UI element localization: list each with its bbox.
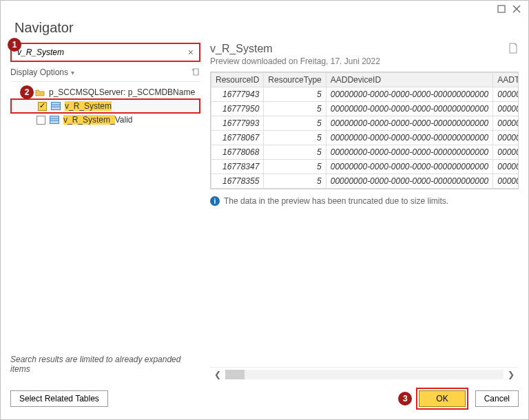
svg-rect-6: [50, 116, 59, 123]
left-pane: 1 × Display Options ▾ 2 ◢: [10, 43, 200, 381]
svg-rect-2: [52, 103, 60, 109]
table-cell: 00000000-0000-0000-0000-000000000000: [326, 174, 493, 189]
table-cell: 00000000-0000-0000-0000-000000000000: [326, 160, 493, 174]
refresh-icon: [191, 67, 200, 77]
search-input[interactable]: [16, 47, 187, 58]
table-cell: 5: [264, 87, 326, 102]
table-row[interactable]: 16777943500000000-0000-0000-0000-0000000…: [211, 87, 519, 102]
preview-pane: v_R_System Preview downloaded on Freitag…: [210, 43, 519, 381]
table-cell: 00000000-0000: [493, 145, 519, 160]
search-box: ×: [10, 43, 200, 62]
chevron-down-icon: ▾: [71, 69, 74, 76]
table-row[interactable]: 16777993500000000-0000-0000-0000-0000000…: [211, 116, 519, 131]
titlebar: [1, 1, 528, 17]
maximize-button[interactable]: [494, 3, 509, 15]
display-options-label: Display Options: [10, 67, 68, 77]
preview-subtitle: Preview downloaded on Freitag, 17. Juni …: [210, 56, 380, 66]
table-cell: 00000000-0000-0000-0000-000000000000: [326, 102, 493, 116]
navigator-dialog: Navigator 1 × Display Options ▾ 2: [0, 0, 529, 420]
table-cell: 16778067: [211, 131, 264, 145]
table-row[interactable]: 16778355500000000-0000-0000-0000-0000000…: [211, 174, 519, 189]
table-icon: [50, 116, 59, 124]
table-cell: 16777993: [211, 116, 264, 131]
table-row[interactable]: 16778068500000000-0000-0000-0000-0000000…: [211, 145, 519, 160]
truncation-notice: i The data in the preview has been trunc…: [210, 196, 519, 206]
display-options-dropdown[interactable]: Display Options ▾: [10, 67, 74, 77]
table-cell: 16778068: [211, 145, 264, 160]
scroll-right-button[interactable]: ❯: [504, 370, 519, 379]
annotation-marker-2: 2: [20, 85, 34, 99]
table-cell: 5: [264, 160, 326, 174]
table-cell: 5: [264, 102, 326, 116]
svg-rect-0: [498, 6, 505, 12]
info-icon: i: [210, 196, 220, 206]
truncation-text: The data in the preview has been truncat…: [224, 196, 448, 206]
table-cell: 5: [264, 131, 326, 145]
tree-item-v-r-system[interactable]: v_R_System: [10, 98, 200, 114]
table-cell: 16777950: [211, 102, 264, 116]
column-header[interactable]: AADTenantID: [493, 73, 519, 87]
table-cell: 00000000-0000-0000-0000-000000000000: [326, 116, 493, 131]
annotation-marker-1: 1: [8, 38, 21, 52]
search-limit-notice: Search results are limited to already ex…: [10, 355, 200, 374]
table-cell: 5: [264, 116, 326, 131]
dialog-title: Navigator: [14, 20, 515, 36]
column-header[interactable]: ResourceID: [211, 73, 264, 87]
table-cell: 16778347: [211, 160, 264, 174]
tree-item-label: v_R_System: [65, 101, 112, 111]
table-cell: 00000000-0000: [493, 87, 519, 102]
object-tree: ◢ p_SCCMSQLServer: p_SCCMDBName v_R_Syst…: [10, 81, 200, 126]
table-cell: 16778355: [211, 174, 264, 189]
table-cell: 5: [264, 174, 326, 189]
table-row[interactable]: 16777950500000000-0000-0000-0000-0000000…: [211, 102, 519, 116]
close-button[interactable]: [509, 3, 524, 15]
preview-title: v_R_System: [210, 43, 380, 55]
table-cell: 16777943: [211, 87, 264, 102]
table-cell: 00000000-0000-0000-0000-000000000000: [326, 145, 493, 160]
column-header[interactable]: ResourceType: [264, 73, 326, 87]
annotation-marker-3: 3: [398, 392, 412, 406]
refresh-button[interactable]: [191, 67, 200, 77]
folder-icon: [35, 88, 45, 96]
page-icon: [508, 43, 519, 54]
tree-item-label: v_R_System_Valid: [63, 115, 133, 125]
cancel-button[interactable]: Cancel: [475, 390, 519, 407]
tree-root-label: p_SCCMSQLServer: p_SCCMDBName: [49, 87, 195, 97]
table-cell: 00000000-0000-0000-0000-000000000000: [326, 131, 493, 145]
scroll-left-button[interactable]: ❮: [210, 370, 225, 379]
table-cell: 00000000-0000: [493, 116, 519, 131]
table-cell: 00000000-0000: [493, 131, 519, 145]
clear-search-button[interactable]: ×: [187, 47, 195, 58]
horizontal-scrollbar[interactable]: ❮ ❯: [210, 367, 519, 381]
column-header[interactable]: AADDeviceID: [326, 73, 493, 87]
preview-table: ResourceIDResourceTypeAADDeviceIDAADTena…: [210, 72, 519, 189]
tree-item-checkbox[interactable]: [38, 102, 47, 111]
ok-button[interactable]: OK: [419, 390, 465, 407]
table-cell: 00000000-0000: [493, 160, 519, 174]
table-cell: 00000000-0000: [493, 174, 519, 189]
tree-item-v-r-system-valid[interactable]: v_R_System_Valid: [10, 114, 200, 126]
select-related-tables-button[interactable]: Select Related Tables: [10, 390, 108, 407]
maximize-icon: [497, 5, 506, 13]
table-cell: 00000000-0000-0000-0000-000000000000: [326, 87, 493, 102]
table-row[interactable]: 16778067500000000-0000-0000-0000-0000000…: [211, 131, 519, 145]
table-row[interactable]: 16778347500000000-0000-0000-0000-0000000…: [211, 160, 519, 174]
tree-root-node[interactable]: ◢ p_SCCMSQLServer: p_SCCMDBName: [10, 86, 200, 98]
close-icon: [512, 5, 521, 13]
table-cell: 00000000-0000: [493, 102, 519, 116]
scroll-thumb[interactable]: [225, 370, 245, 379]
table-icon: [51, 102, 61, 110]
scroll-track[interactable]: [225, 370, 504, 379]
tree-item-checkbox[interactable]: [37, 116, 45, 125]
dialog-footer: Select Related Tables 3 OK Cancel: [1, 381, 528, 419]
table-cell: 5: [264, 145, 326, 160]
edit-preview-button[interactable]: [508, 43, 519, 54]
ok-button-highlight: OK: [416, 388, 468, 410]
dialog-header: Navigator: [1, 17, 528, 36]
